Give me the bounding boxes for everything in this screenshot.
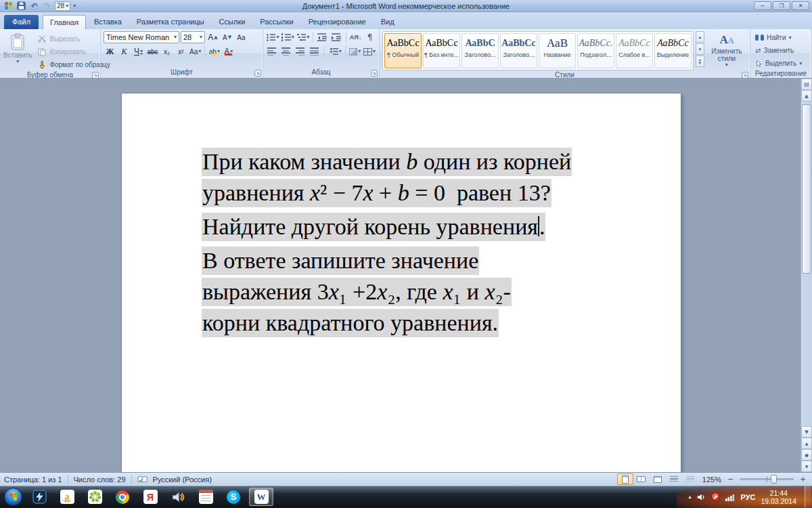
zoom-slider-thumb[interactable] bbox=[771, 475, 777, 484]
line-spacing-button[interactable] bbox=[328, 45, 342, 58]
style-heading1[interactable]: АаВbСЗаголово... bbox=[461, 33, 499, 68]
font-family-select[interactable]: Times New Roman bbox=[104, 31, 179, 43]
word-icon[interactable]: W bbox=[249, 488, 273, 506]
decrease-indent-button[interactable] bbox=[316, 31, 329, 43]
find-button[interactable]: Найти bbox=[753, 32, 809, 43]
clear-formatting-button[interactable]: Аа bbox=[235, 31, 248, 43]
styles-dialog-launcher-icon[interactable] bbox=[742, 72, 748, 79]
skype-icon[interactable]: S bbox=[221, 488, 246, 506]
show-desktop-button[interactable] bbox=[805, 486, 811, 508]
shading-button[interactable] bbox=[348, 45, 362, 58]
zoom-out-button[interactable] bbox=[725, 474, 736, 484]
document-page[interactable]: При каком значении b один из корней урав… bbox=[122, 93, 681, 472]
tab-references[interactable]: Ссылки bbox=[212, 15, 252, 29]
volume-mixer-icon[interactable] bbox=[166, 488, 190, 506]
language-indicator[interactable]: РУС bbox=[740, 493, 755, 501]
clipboard-dialog-launcher-icon[interactable] bbox=[92, 72, 99, 79]
style-subtitle[interactable]: АаВbСс.Подзагол... bbox=[577, 33, 614, 68]
outline-view-button[interactable] bbox=[666, 473, 682, 485]
page-count-status[interactable]: Страница: 1 из 1 bbox=[4, 475, 62, 484]
minimize-button[interactable] bbox=[754, 1, 771, 10]
icq-icon[interactable] bbox=[83, 488, 107, 506]
save-button[interactable] bbox=[16, 1, 26, 11]
style-no-spacing[interactable]: АаВbСс¶ Без инте... bbox=[423, 33, 460, 68]
vertical-scrollbar[interactable]: ▤ bbox=[800, 79, 812, 472]
qat-customize-arrow-icon[interactable] bbox=[73, 3, 76, 9]
font-color-button[interactable]: А bbox=[222, 45, 235, 58]
chrome-icon[interactable] bbox=[110, 488, 135, 506]
redo-button[interactable]: ↷ bbox=[42, 1, 52, 11]
daemon-tools-icon[interactable] bbox=[27, 488, 51, 506]
scrollbar-thumb[interactable] bbox=[802, 104, 811, 274]
highlighted-text[interactable]: корни квадратного уравнения. bbox=[202, 309, 499, 337]
paragraph-dialog-launcher-icon[interactable] bbox=[371, 70, 378, 77]
sort-button[interactable]: АЯ↓ bbox=[349, 31, 362, 43]
multilevel-list-button[interactable] bbox=[296, 31, 310, 43]
italic-button[interactable]: К bbox=[118, 45, 131, 58]
close-button[interactable] bbox=[792, 1, 809, 10]
select-button[interactable]: Выделить bbox=[753, 58, 809, 69]
word-count-status[interactable]: Число слов: 29 bbox=[74, 475, 126, 484]
zoom-level[interactable]: 125% bbox=[702, 475, 721, 484]
align-right-button[interactable] bbox=[294, 45, 307, 58]
tray-clock[interactable]: 21:44 19.03.2014 bbox=[761, 489, 796, 505]
maximize-button[interactable] bbox=[773, 1, 790, 10]
qat-font-size-box[interactable]: 28 bbox=[55, 1, 70, 11]
replace-button[interactable]: ⇄ Заменить bbox=[753, 45, 809, 56]
tab-view[interactable]: Вид bbox=[374, 15, 401, 29]
style-title[interactable]: АаВНазвание bbox=[539, 33, 576, 68]
highlighted-text[interactable]: Найдите другой корень уравнения. bbox=[202, 213, 545, 241]
tray-network-icon[interactable] bbox=[725, 493, 735, 501]
draft-view-button[interactable] bbox=[682, 473, 698, 485]
styles-scroll-down-icon[interactable] bbox=[696, 43, 704, 55]
style-subtle-emphasis[interactable]: АаВbСсСлабое в... bbox=[616, 33, 653, 68]
ruler-toggle-button[interactable]: ▤ bbox=[801, 79, 812, 90]
tab-file[interactable]: Файл bbox=[4, 15, 39, 29]
style-emphasis[interactable]: АаВbСсВыделение bbox=[654, 33, 692, 68]
select-browse-object-button[interactable] bbox=[801, 449, 812, 461]
highlighted-text[interactable]: В ответе запишите значение bbox=[202, 247, 479, 275]
spellcheck-book-icon[interactable] bbox=[137, 475, 148, 484]
paste-button[interactable]: Вставить bbox=[3, 31, 32, 70]
amazon-icon[interactable]: a bbox=[55, 488, 79, 506]
tray-volume-icon[interactable] bbox=[696, 492, 706, 502]
scroll-down-arrow-icon[interactable] bbox=[801, 426, 812, 438]
change-case-button[interactable]: Аа bbox=[189, 45, 202, 58]
next-page-button[interactable] bbox=[801, 461, 812, 472]
yandex-browser-icon[interactable]: Я bbox=[138, 488, 162, 506]
font-size-select[interactable]: 28 bbox=[181, 31, 205, 43]
print-layout-view-button[interactable] bbox=[617, 473, 633, 485]
web-layout-view-button[interactable] bbox=[650, 473, 666, 485]
zoom-slider[interactable] bbox=[740, 478, 794, 480]
style-heading2[interactable]: АаВbСсЗаголово... bbox=[500, 33, 537, 68]
bullet-list-button[interactable] bbox=[266, 31, 279, 43]
styles-scroll-up-icon[interactable] bbox=[696, 31, 704, 43]
change-styles-button[interactable]: АА Изменить стили bbox=[706, 31, 747, 68]
borders-button[interactable] bbox=[363, 45, 376, 58]
align-left-button[interactable] bbox=[266, 45, 279, 58]
start-button[interactable] bbox=[4, 488, 22, 506]
zoom-in-button[interactable] bbox=[798, 474, 808, 484]
show-hidden-icons-arrow-icon[interactable] bbox=[688, 494, 691, 500]
tab-mailings[interactable]: Рассылки bbox=[253, 15, 300, 29]
strikethrough-button[interactable]: abc bbox=[146, 45, 159, 58]
word-app-icon[interactable] bbox=[3, 1, 14, 11]
bold-button[interactable]: Ж bbox=[104, 45, 116, 58]
tab-insert[interactable]: Вставка bbox=[87, 15, 129, 29]
notes-icon[interactable] bbox=[194, 488, 218, 506]
numbered-list-button[interactable] bbox=[281, 31, 294, 43]
tab-home[interactable]: Главная bbox=[43, 15, 86, 29]
highlighted-text[interactable]: выражения 3x₁ +2x₂, где x₁ и x₂- bbox=[202, 278, 512, 306]
tab-page-layout[interactable]: Разметка страницы bbox=[130, 15, 211, 29]
font-dialog-launcher-icon[interactable] bbox=[254, 70, 261, 77]
grow-font-button[interactable]: А▲ bbox=[206, 31, 219, 43]
increase-indent-button[interactable] bbox=[330, 31, 343, 43]
tab-review[interactable]: Рецензирование bbox=[302, 15, 373, 29]
align-center-button[interactable] bbox=[280, 45, 293, 58]
scrollbar-track[interactable] bbox=[801, 102, 812, 426]
highlighted-text[interactable]: При каком значении b один из корней bbox=[202, 148, 572, 176]
justify-button[interactable] bbox=[309, 45, 321, 58]
underline-button[interactable]: Ч bbox=[132, 45, 145, 58]
undo-button[interactable]: ↶ bbox=[29, 1, 39, 11]
shrink-font-button[interactable]: А▼ bbox=[221, 31, 233, 43]
